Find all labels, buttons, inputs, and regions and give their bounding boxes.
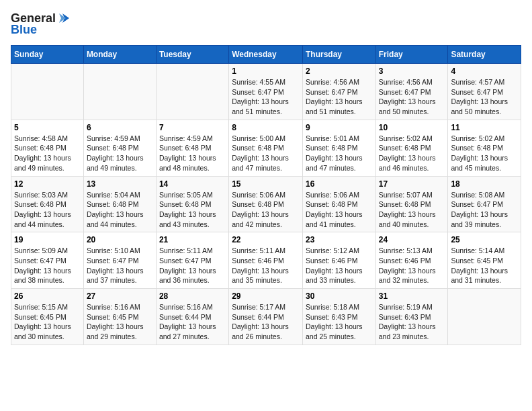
day-number: 18 [451, 179, 518, 189]
day-info: Sunrise: 4:59 AM Sunset: 6:48 PM Dayligh… [87, 134, 153, 173]
day-info: Sunrise: 5:02 AM Sunset: 6:48 PM Dayligh… [379, 134, 445, 173]
day-number: 22 [232, 235, 300, 244]
calendar-cell: 2Sunrise: 4:56 AM Sunset: 6:47 PM Daylig… [302, 64, 375, 120]
day-info: Sunrise: 5:08 AM Sunset: 6:47 PM Dayligh… [451, 190, 518, 230]
calendar-cell: 8Sunrise: 5:00 AM Sunset: 6:48 PM Daylig… [229, 120, 303, 176]
day-number: 24 [379, 235, 445, 244]
day-number: 7 [159, 123, 226, 132]
day-number: 17 [379, 179, 445, 189]
day-info: Sunrise: 5:04 AM Sunset: 6:48 PM Dayligh… [87, 190, 153, 230]
calendar-cell: 29Sunrise: 5:17 AM Sunset: 6:44 PM Dayli… [229, 289, 303, 345]
day-number: 15 [232, 179, 300, 189]
calendar-cell: 5Sunrise: 4:58 AM Sunset: 6:48 PM Daylig… [11, 120, 84, 176]
day-info: Sunrise: 5:07 AM Sunset: 6:48 PM Dayligh… [379, 190, 445, 230]
day-number: 25 [451, 235, 518, 244]
calendar-header-row: SundayMondayTuesdayWednesdayThursdayFrid… [11, 46, 521, 64]
calendar-cell: 18Sunrise: 5:08 AM Sunset: 6:47 PM Dayli… [448, 176, 521, 232]
day-info: Sunrise: 4:55 AM Sunset: 6:47 PM Dayligh… [232, 77, 300, 117]
day-info: Sunrise: 5:14 AM Sunset: 6:45 PM Dayligh… [451, 246, 518, 285]
day-number: 14 [159, 179, 226, 189]
calendar-cell: 24Sunrise: 5:13 AM Sunset: 6:46 PM Dayli… [375, 232, 448, 289]
day-info: Sunrise: 5:16 AM Sunset: 6:44 PM Dayligh… [159, 302, 226, 342]
header-col-friday: Friday [375, 46, 448, 64]
day-number: 1 [232, 66, 300, 76]
day-number: 19 [14, 235, 81, 244]
day-number: 11 [451, 123, 518, 132]
header-col-monday: Monday [83, 46, 156, 64]
calendar-cell: 4Sunrise: 4:57 AM Sunset: 6:47 PM Daylig… [448, 64, 521, 120]
calendar-cell: 6Sunrise: 4:59 AM Sunset: 6:48 PM Daylig… [83, 120, 156, 176]
day-info: Sunrise: 5:15 AM Sunset: 6:45 PM Dayligh… [14, 302, 81, 342]
calendar-cell [156, 64, 228, 120]
day-number: 20 [87, 235, 153, 244]
calendar-cell: 22Sunrise: 5:11 AM Sunset: 6:46 PM Dayli… [229, 232, 303, 289]
calendar-cell: 26Sunrise: 5:15 AM Sunset: 6:45 PM Dayli… [11, 289, 84, 345]
calendar-cell: 13Sunrise: 5:04 AM Sunset: 6:48 PM Dayli… [83, 176, 156, 232]
calendar-cell: 27Sunrise: 5:16 AM Sunset: 6:45 PM Dayli… [83, 289, 156, 345]
calendar-cell [11, 64, 84, 120]
logo-blue-text: Blue [11, 23, 37, 37]
calendar-cell: 31Sunrise: 5:19 AM Sunset: 6:43 PM Dayli… [375, 289, 448, 345]
day-number: 28 [159, 291, 226, 301]
calendar-cell [448, 289, 521, 345]
calendar-cell: 19Sunrise: 5:09 AM Sunset: 6:47 PM Dayli… [11, 232, 84, 289]
calendar-cell: 17Sunrise: 5:07 AM Sunset: 6:48 PM Dayli… [375, 176, 448, 232]
day-info: Sunrise: 5:18 AM Sunset: 6:43 PM Dayligh… [306, 302, 373, 342]
day-number: 9 [306, 123, 373, 132]
calendar-cell: 15Sunrise: 5:06 AM Sunset: 6:48 PM Dayli… [229, 176, 303, 232]
day-number: 12 [14, 179, 81, 189]
day-info: Sunrise: 5:00 AM Sunset: 6:48 PM Dayligh… [232, 134, 300, 173]
calendar-cell: 16Sunrise: 5:06 AM Sunset: 6:48 PM Dayli… [302, 176, 375, 232]
day-info: Sunrise: 5:13 AM Sunset: 6:46 PM Dayligh… [379, 246, 445, 285]
calendar-cell [83, 64, 156, 120]
logo: General Blue [11, 11, 72, 37]
day-number: 3 [379, 66, 445, 76]
header-col-saturday: Saturday [448, 46, 521, 64]
week-row-3: 12Sunrise: 5:03 AM Sunset: 6:48 PM Dayli… [11, 176, 521, 232]
day-number: 4 [451, 66, 518, 76]
day-info: Sunrise: 5:19 AM Sunset: 6:43 PM Dayligh… [379, 302, 445, 342]
day-number: 30 [306, 291, 373, 301]
day-number: 8 [232, 123, 300, 132]
calendar-cell: 20Sunrise: 5:10 AM Sunset: 6:47 PM Dayli… [83, 232, 156, 289]
day-info: Sunrise: 5:06 AM Sunset: 6:48 PM Dayligh… [232, 190, 300, 230]
day-info: Sunrise: 5:06 AM Sunset: 6:48 PM Dayligh… [306, 190, 373, 230]
day-number: 27 [87, 291, 153, 301]
day-number: 31 [379, 291, 445, 301]
week-row-5: 26Sunrise: 5:15 AM Sunset: 6:45 PM Dayli… [11, 289, 521, 345]
day-number: 6 [87, 123, 153, 132]
day-info: Sunrise: 5:02 AM Sunset: 6:48 PM Dayligh… [451, 134, 518, 173]
day-info: Sunrise: 4:59 AM Sunset: 6:48 PM Dayligh… [159, 134, 226, 173]
day-info: Sunrise: 4:57 AM Sunset: 6:47 PM Dayligh… [451, 77, 518, 117]
day-number: 26 [14, 291, 81, 301]
calendar-cell: 25Sunrise: 5:14 AM Sunset: 6:45 PM Dayli… [448, 232, 521, 289]
calendar-cell: 7Sunrise: 4:59 AM Sunset: 6:48 PM Daylig… [156, 120, 228, 176]
day-info: Sunrise: 5:09 AM Sunset: 6:47 PM Dayligh… [14, 246, 81, 285]
calendar-cell: 21Sunrise: 5:11 AM Sunset: 6:47 PM Dayli… [156, 232, 228, 289]
day-number: 29 [232, 291, 300, 301]
day-info: Sunrise: 5:16 AM Sunset: 6:45 PM Dayligh… [87, 302, 153, 342]
day-info: Sunrise: 5:05 AM Sunset: 6:48 PM Dayligh… [159, 190, 226, 230]
day-info: Sunrise: 4:56 AM Sunset: 6:47 PM Dayligh… [306, 77, 373, 117]
calendar-cell: 11Sunrise: 5:02 AM Sunset: 6:48 PM Dayli… [448, 120, 521, 176]
calendar-cell: 23Sunrise: 5:12 AM Sunset: 6:46 PM Dayli… [302, 232, 375, 289]
day-info: Sunrise: 5:01 AM Sunset: 6:48 PM Dayligh… [306, 134, 373, 173]
week-row-4: 19Sunrise: 5:09 AM Sunset: 6:47 PM Dayli… [11, 232, 521, 289]
calendar-cell: 12Sunrise: 5:03 AM Sunset: 6:48 PM Dayli… [11, 176, 84, 232]
calendar-cell: 14Sunrise: 5:05 AM Sunset: 6:48 PM Dayli… [156, 176, 228, 232]
day-info: Sunrise: 5:10 AM Sunset: 6:47 PM Dayligh… [87, 246, 153, 285]
logo-bird-icon [57, 11, 72, 26]
logo-container: General Blue [11, 11, 72, 37]
calendar-cell: 30Sunrise: 5:18 AM Sunset: 6:43 PM Dayli… [302, 289, 375, 345]
calendar-table: SundayMondayTuesdayWednesdayThursdayFrid… [11, 45, 521, 345]
day-number: 13 [87, 179, 153, 189]
week-row-2: 5Sunrise: 4:58 AM Sunset: 6:48 PM Daylig… [11, 120, 521, 176]
day-number: 16 [306, 179, 373, 189]
header-col-wednesday: Wednesday [229, 46, 303, 64]
page-header: General Blue [11, 11, 521, 37]
day-number: 23 [306, 235, 373, 244]
calendar-cell: 1Sunrise: 4:55 AM Sunset: 6:47 PM Daylig… [229, 64, 303, 120]
header-col-thursday: Thursday [302, 46, 375, 64]
day-info: Sunrise: 5:11 AM Sunset: 6:46 PM Dayligh… [232, 246, 300, 285]
day-number: 10 [379, 123, 445, 132]
